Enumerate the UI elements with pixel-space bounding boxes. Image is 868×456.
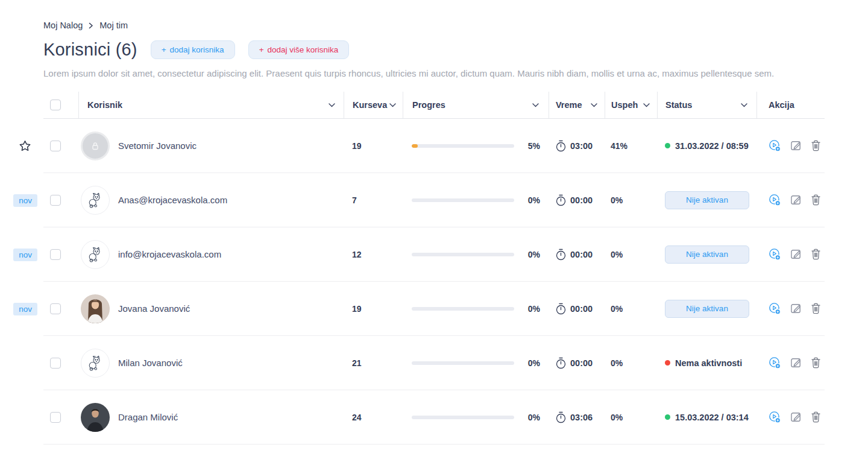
row-checkbox[interactable]: [50, 303, 61, 314]
play-circle-badge-icon[interactable]: [768, 410, 782, 424]
play-circle-badge-icon[interactable]: [768, 139, 782, 153]
new-badge: nov: [13, 303, 37, 315]
table-row: nov: [43, 282, 868, 336]
table-body: nov: [43, 119, 868, 445]
column-header-korisnik[interactable]: Korisnik: [78, 92, 344, 118]
status-dot: [665, 143, 670, 148]
edit-icon[interactable]: [790, 302, 802, 315]
status-label: 31.03.2022 / 08:59: [675, 141, 749, 151]
success-percent: 0%: [611, 304, 623, 314]
trash-icon[interactable]: [810, 356, 822, 369]
play-circle-badge-icon[interactable]: [768, 193, 782, 207]
add-multiple-users-button[interactable]: + dodaj više korisnika: [248, 40, 350, 59]
trash-icon[interactable]: [810, 139, 822, 152]
table-row: nov: [43, 119, 868, 173]
new-badge: nov: [13, 249, 37, 261]
time-value: 03:06: [570, 413, 593, 422]
table-row: nov: [43, 173, 868, 227]
progress-percent: 5%: [514, 141, 540, 151]
play-circle-badge-icon[interactable]: [768, 356, 782, 370]
add-user-button[interactable]: + dodaj korisnika: [151, 40, 235, 59]
column-header-progres[interactable]: Progres: [403, 92, 549, 118]
chevron-down-icon: [532, 103, 539, 107]
success-percent: 41%: [611, 141, 627, 151]
progress-bar: [412, 144, 514, 148]
column-header-kurseva[interactable]: Kurseva: [344, 92, 403, 118]
cat-robot-illustration: [81, 186, 109, 214]
users-page: Moj Nalog Moj tim Korisnici (6) + dodaj …: [0, 0, 868, 445]
cat-robot-illustration: [81, 349, 109, 377]
time-value: 00:00: [570, 250, 593, 259]
breadcrumb-item-moj-nalog[interactable]: Moj Nalog: [43, 21, 83, 30]
chevron-down-icon: [389, 103, 396, 107]
success-percent: 0%: [611, 358, 623, 368]
progress-bar: [412, 361, 514, 365]
table-header: Korisnik Kurseva Progres Vreme Uspeh: [43, 92, 868, 119]
select-all-checkbox[interactable]: [50, 100, 61, 110]
cat-robot-illustration: [81, 241, 109, 268]
courses-count: 12: [352, 250, 362, 259]
play-circle-badge-icon[interactable]: [768, 247, 782, 261]
progress-bar: [412, 416, 514, 419]
time-value: 00:00: [570, 358, 593, 368]
time-value: 03:00: [570, 141, 593, 151]
status-dot: [665, 360, 670, 366]
table-row: nov: [43, 336, 868, 390]
time-value: 00:00: [570, 195, 593, 205]
trash-icon[interactable]: [810, 194, 822, 206]
trash-icon[interactable]: [810, 411, 822, 423]
progress-percent: 0%: [514, 358, 540, 368]
progress-percent: 0%: [514, 413, 540, 422]
chevron-down-icon: [643, 103, 650, 107]
trash-icon[interactable]: [810, 248, 822, 261]
courses-count: 19: [352, 304, 362, 314]
edit-icon[interactable]: [790, 411, 802, 423]
avatar: [81, 131, 110, 160]
row-checkbox[interactable]: [50, 141, 61, 151]
stopwatch-icon: [555, 140, 567, 152]
play-circle-badge-icon[interactable]: [768, 302, 782, 315]
edit-icon[interactable]: [790, 139, 802, 152]
user-name[interactable]: Svetomir Jovanovic: [118, 141, 197, 151]
row-checkbox[interactable]: [50, 249, 61, 260]
title-row: Korisnici (6) + dodaj korisnika + dodaj …: [43, 40, 868, 60]
avatar: [81, 186, 110, 215]
row-checkbox[interactable]: [50, 358, 61, 369]
user-name[interactable]: Jovana Jovanović: [118, 303, 190, 314]
stopwatch-icon: [555, 411, 567, 423]
table-row: nov: [43, 390, 868, 445]
progress-percent: 0%: [514, 304, 540, 314]
breadcrumb-item-moj-tim[interactable]: Moj tim: [99, 21, 128, 30]
users-table: Korisnik Kurseva Progres Vreme Uspeh: [43, 92, 868, 445]
edit-icon[interactable]: [790, 194, 802, 206]
edit-icon[interactable]: [790, 356, 802, 369]
column-header-akcija: Akcija: [756, 92, 825, 118]
column-header-vreme[interactable]: Vreme: [549, 92, 605, 118]
user-name[interactable]: Dragan Milović: [118, 412, 178, 422]
row-checkbox[interactable]: [50, 195, 61, 206]
status-pill[interactable]: Nije aktivan: [665, 191, 749, 209]
edit-icon[interactable]: [790, 248, 802, 261]
success-percent: 0%: [611, 413, 623, 422]
favorite-star-icon[interactable]: [19, 140, 31, 152]
column-header-uspeh[interactable]: Uspeh: [605, 92, 657, 118]
trash-icon[interactable]: [810, 302, 822, 315]
stopwatch-icon: [555, 194, 567, 206]
avatar: [81, 240, 110, 269]
row-checkbox[interactable]: [50, 412, 61, 423]
chevron-down-icon: [741, 103, 747, 107]
user-name[interactable]: Anas@krojacevaskola.com: [118, 195, 227, 205]
user-photo: [81, 403, 110, 432]
courses-count: 24: [352, 413, 362, 422]
user-name[interactable]: info@krojacevaskola.com: [118, 249, 221, 259]
status-dot: [665, 414, 670, 420]
column-header-status[interactable]: Status: [657, 92, 756, 118]
user-photo: [81, 294, 110, 323]
user-name[interactable]: Milan Jovanović: [118, 358, 183, 368]
chevron-down-icon: [591, 103, 597, 107]
status-pill[interactable]: Nije aktivan: [665, 300, 749, 318]
status-pill[interactable]: Nije aktivan: [665, 245, 749, 264]
table-row: nov: [43, 227, 868, 282]
avatar: [81, 403, 110, 432]
lock-icon: [83, 133, 108, 159]
